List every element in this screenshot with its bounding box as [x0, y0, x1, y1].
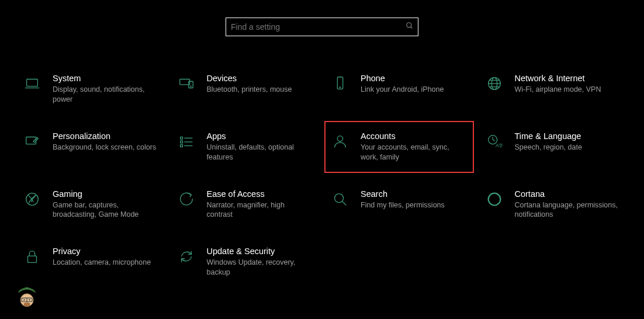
- tile-desc: Background, lock screen, colors: [53, 143, 158, 152]
- lock-icon: [21, 247, 43, 278]
- avatar-mascot: [14, 285, 40, 313]
- tile-desc: Speech, region, date: [515, 143, 620, 152]
- paintbrush-icon: [21, 131, 43, 162]
- clock-globe-icon: A字: [483, 131, 505, 162]
- tile-ease-of-access[interactable]: Ease of Access Narrator, magnifier, high…: [171, 186, 320, 224]
- tile-desc: Link your Android, iPhone: [361, 85, 466, 95]
- svg-rect-16: [180, 141, 182, 143]
- search-icon: [406, 22, 414, 32]
- tile-desc: Find my files, permissions: [361, 200, 466, 210]
- settings-grid: System Display, sound, notifications, po…: [0, 36, 644, 281]
- tile-desc: Windows Update, recovery, backup: [207, 258, 312, 278]
- tile-time-language[interactable]: A字 Time & Language Speech, region, date: [479, 128, 628, 166]
- tile-title: Accounts: [361, 131, 467, 141]
- tile-desc: Uninstall, defaults, optional features: [207, 143, 312, 162]
- svg-point-35: [29, 299, 30, 300]
- tile-desc: Wi-Fi, airplane mode, VPN: [515, 85, 620, 95]
- magnifier-icon: [329, 189, 351, 220]
- svg-rect-2: [27, 79, 38, 86]
- tile-desc: Display, sound, notifications, power: [53, 85, 158, 105]
- svg-line-24: [493, 140, 495, 141]
- svg-text:A字: A字: [495, 143, 503, 148]
- tile-personalization[interactable]: Personalization Background, lock screen,…: [16, 128, 166, 166]
- tile-title: Cortana: [515, 189, 624, 199]
- tile-title: Time & Language: [515, 131, 624, 141]
- devices-icon: [175, 74, 198, 105]
- tile-title: Search: [361, 189, 469, 199]
- search-bar-area: [0, 0, 644, 36]
- tile-devices[interactable]: Devices Bluetooth, printers, mouse: [171, 70, 320, 108]
- svg-point-8: [340, 87, 341, 88]
- svg-point-34: [23, 299, 25, 300]
- tile-title: System: [53, 74, 161, 83]
- list-icon: [175, 131, 198, 162]
- xbox-icon: [21, 189, 43, 220]
- tile-title: Ease of Access: [207, 189, 316, 199]
- sync-icon: [175, 247, 198, 278]
- tile-title: Network & Internet: [515, 74, 624, 83]
- tile-accounts[interactable]: Accounts Your accounts, email, sync, wor…: [324, 121, 474, 173]
- tile-desc: Location, camera, microphone: [53, 258, 158, 268]
- tile-search[interactable]: Search Find my files, permissions: [324, 186, 474, 224]
- svg-point-27: [335, 193, 344, 202]
- svg-rect-17: [180, 144, 182, 147]
- svg-point-29: [488, 193, 500, 205]
- tile-desc: Your accounts, email, sync, work, family: [361, 143, 466, 162]
- tile-cortana[interactable]: Cortana Cortana language, permissions, n…: [479, 186, 628, 224]
- tile-title: Devices: [207, 74, 316, 83]
- tile-title: Personalization: [53, 131, 161, 141]
- tile-desc: Narrator, magnifier, high contrast: [207, 200, 312, 220]
- person-icon: [329, 131, 351, 162]
- accessibility-icon: [175, 189, 198, 220]
- svg-point-6: [190, 86, 191, 86]
- tile-update-security[interactable]: Update & Security Windows Update, recove…: [171, 243, 320, 281]
- tile-title: Gaming: [53, 189, 161, 199]
- svg-line-28: [342, 201, 347, 205]
- svg-point-0: [407, 23, 411, 27]
- tile-desc: Cortana language, permissions, notificat…: [515, 200, 620, 220]
- tile-privacy[interactable]: Privacy Location, camera, microphone: [16, 243, 166, 281]
- tile-gaming[interactable]: Gaming Game bar, captures, broadcasting,…: [16, 186, 166, 224]
- tile-desc: Bluetooth, printers, mouse: [207, 85, 312, 95]
- laptop-icon: [21, 74, 43, 105]
- svg-rect-30: [28, 256, 37, 262]
- tile-apps[interactable]: Apps Uninstall, defaults, optional featu…: [171, 128, 320, 166]
- svg-line-1: [411, 27, 413, 29]
- tile-title: Apps: [207, 131, 316, 141]
- cortana-icon: [483, 189, 505, 220]
- tile-network[interactable]: Network & Internet Wi-Fi, airplane mode,…: [479, 70, 628, 108]
- tile-title: Update & Security: [207, 247, 316, 256]
- tile-phone[interactable]: Phone Link your Android, iPhone: [324, 70, 474, 108]
- search-input[interactable]: [226, 18, 418, 36]
- svg-point-21: [337, 136, 342, 141]
- phone-icon: [329, 74, 351, 105]
- tile-title: Privacy: [53, 247, 161, 256]
- tile-title: Phone: [361, 74, 469, 83]
- svg-rect-15: [180, 137, 182, 139]
- tile-system[interactable]: System Display, sound, notifications, po…: [16, 70, 166, 108]
- globe-icon: [483, 74, 505, 105]
- tile-desc: Game bar, captures, broadcasting, Game M…: [53, 200, 158, 220]
